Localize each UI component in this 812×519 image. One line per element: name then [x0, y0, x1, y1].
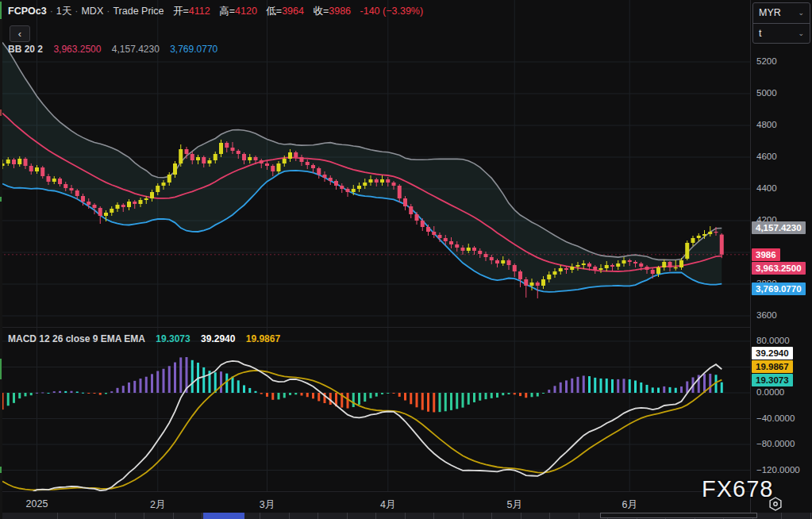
- macd-signal-value: 19.9867: [246, 333, 280, 344]
- fx678-watermark: FX678: [702, 476, 773, 502]
- date-range-navigator[interactable]: [0, 513, 812, 519]
- price-tick-label: 3600: [756, 310, 777, 320]
- price-tick-label: 4800: [756, 120, 777, 129]
- low-label: 低=: [266, 6, 282, 17]
- open-label: 开=: [173, 6, 189, 17]
- macd-tick-label: 0.0000: [756, 387, 784, 397]
- currency-dropdown[interactable]: MYR ⌄: [753, 3, 810, 23]
- unit-dropdown[interactable]: t ⌄: [753, 23, 810, 43]
- axis-price-label: 3,769.0770: [752, 283, 806, 295]
- range-selection-box[interactable]: [600, 513, 757, 518]
- bb-indicator-title: BB 20 2: [8, 44, 43, 55]
- time-axis-month-label: 2月: [150, 498, 165, 512]
- left-edge-artifact: [0, 0, 2, 519]
- macd-tick-label: −40.0000: [756, 413, 795, 423]
- time-axis[interactable]: 20252月3月4月5月6月: [0, 492, 750, 513]
- axis-unit-selector: MYR ⌄ t ⌄: [752, 2, 810, 44]
- macd-tick-label: −120.0000: [756, 465, 800, 475]
- chevron-down-icon: ⌄: [798, 3, 804, 23]
- active-range-segment[interactable]: [203, 513, 244, 519]
- time-axis-month-label: 5月: [507, 498, 522, 512]
- time-axis-border: [0, 491, 750, 492]
- time-axis-month-label: 4月: [380, 498, 395, 512]
- axis-settings-gear-icon[interactable]: [767, 495, 784, 513]
- macd-tick-label: 80.0000: [756, 336, 790, 345]
- time-axis-month-label: 2025: [26, 498, 48, 509]
- symbol-name[interactable]: FCPOc3: [8, 6, 47, 17]
- open-value: 4112: [189, 6, 210, 17]
- price-tick-label: 4600: [756, 152, 777, 161]
- bollinger-legend[interactable]: BB 20 2 3,963.2500 4,157.4230 3,769.0770: [8, 44, 217, 55]
- unit-value: t: [759, 24, 761, 43]
- bb-upper-value: 4,157.4230: [112, 44, 160, 55]
- high-value: 4120: [235, 6, 257, 17]
- change-value: -140 (−3.39%): [360, 6, 424, 17]
- bb-lower-value: 3,769.0770: [170, 44, 217, 55]
- low-value: 3964: [282, 6, 304, 17]
- macd-indicator-title: MACD 12 26 close 9 EMA EMA: [8, 333, 145, 344]
- exchange-label: MDX: [81, 6, 103, 17]
- currency-value: MYR: [759, 3, 781, 23]
- axis-price-label: 4,157.4230: [752, 221, 806, 234]
- price-axis-border: [750, 0, 751, 513]
- macd-legend[interactable]: MACD 12 26 close 9 EMA EMA 19.3073 39.29…: [8, 333, 280, 344]
- bb-basis-value: 3,963.2500: [53, 44, 101, 55]
- price-axis[interactable]: MYR ⌄ t ⌄ 520050004800460044004200400038…: [751, 0, 812, 513]
- price-tick-label: 5200: [756, 56, 777, 66]
- time-axis-month-label: 6月: [622, 498, 637, 512]
- high-label: 高=: [219, 6, 235, 17]
- time-axis-month-label: 3月: [260, 498, 275, 512]
- axis-macd-label: 19.3073: [752, 374, 793, 386]
- axis-macd-label: 39.2940: [752, 347, 793, 359]
- axis-price-label: 3,963.2500: [752, 262, 806, 275]
- macd-chart-pane[interactable]: [0, 328, 750, 491]
- price-tick-label: 5000: [756, 88, 777, 98]
- axis-price-label: 3986: [752, 248, 780, 261]
- macd-tick-label: −80.0000: [756, 439, 795, 448]
- price-tick-label: 4400: [756, 183, 777, 193]
- legend-collapse-button[interactable]: ‹: [10, 25, 30, 42]
- symbol-header: FCPOc3·1天·MDX·Trade Price 开=4112 高=4120 …: [8, 5, 423, 18]
- chart-application: FCPOc3·1天·MDX·Trade Price 开=4112 高=4120 …: [0, 0, 812, 519]
- series-type-label: Trade Price: [113, 6, 164, 17]
- watermark-text: FX678: [702, 476, 773, 502]
- chevron-down-icon: ⌄: [798, 24, 804, 43]
- chevron-left-icon: ‹: [18, 28, 21, 40]
- macd-line-value: 39.2940: [201, 333, 235, 344]
- macd-hist-value: 19.3073: [156, 333, 190, 344]
- interval-label[interactable]: 1天: [56, 6, 71, 17]
- close-value: 3986: [329, 6, 351, 17]
- close-label: 收=: [313, 6, 329, 17]
- pane-divider[interactable]: [0, 327, 750, 328]
- axis-macd-label: 19.9867: [752, 360, 793, 373]
